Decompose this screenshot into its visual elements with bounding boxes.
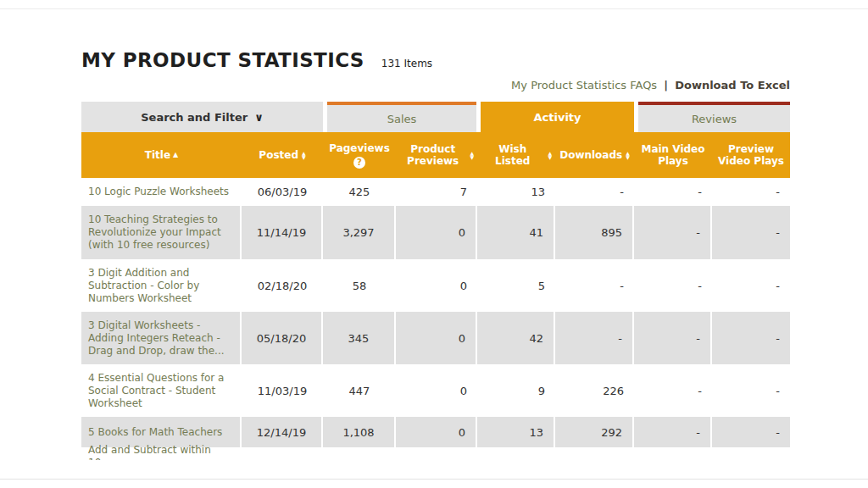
page-header: MY PRODUCT STATISTICS 131 Items [81,49,432,71]
preview-video-plays-cell: - [712,206,790,259]
tab-reviews-label: Reviews [692,113,737,125]
search-and-filter-label: Search and Filter [141,111,248,124]
posted-cell: 11/03/19 [242,364,323,417]
preview-video-plays-cell: - [712,312,790,364]
downloads-cell: 226 [555,364,634,417]
downloads-cell: - [555,312,634,364]
product-title-link[interactable]: Add and Subtract within 10... [81,447,242,460]
main-video-plays-cell: - [634,206,712,259]
chevron-down-icon: ∨ [254,111,264,124]
sort-icon: ▲▼ [626,151,630,159]
column-header-wish-listed[interactable]: Wish Listed ▲▼ [477,132,555,178]
link-separator: | [664,79,668,92]
wish-listed-cell: 5 [477,259,555,312]
main-video-plays-cell [634,447,712,460]
sort-ascending-icon: ▲ [173,149,178,161]
sort-icon: ▲▼ [548,151,552,159]
downloads-cell: 292 [555,417,634,447]
column-header-wish-listed-label: Wish Listed [481,143,544,167]
table-row: 3 Digit Addition and Subtraction - Color… [81,259,790,312]
column-header-product-previews[interactable]: Product Previews ▲▼ [396,132,477,178]
product-title-link[interactable]: 10 Teaching Strategies to Revolutionize … [81,206,242,259]
wish-listed-cell: 41 [477,206,555,259]
pageviews-cell: 447 [323,364,396,417]
table-row: 10 Teaching Strategies to Revolutionize … [81,206,790,259]
wish-listed-cell: 13 [477,417,555,447]
preview-video-plays-cell: - [712,259,790,312]
product-previews-cell: 0 [396,364,477,417]
column-header-preview-video-plays: Preview Video Plays [712,132,790,178]
product-title-link[interactable]: 3 Digit Addition and Subtraction - Color… [81,259,242,312]
posted-cell: 05/18/20 [242,312,323,364]
help-icon[interactable]: ? [353,157,365,169]
pageviews-cell: 345 [323,312,396,364]
product-title-link[interactable]: 10 Logic Puzzle Worksheets [81,178,242,206]
search-and-filter-dropdown[interactable]: Search and Filter ∨ [81,102,323,132]
column-header-main-video-plays: Main Video Plays [634,132,712,178]
column-header-main-video-plays-label: Main Video Plays [637,143,709,167]
sort-icon: ▲▼ [302,151,306,159]
page-title: MY PRODUCT STATISTICS [81,49,364,71]
column-header-title[interactable]: Title ▲ [81,132,242,178]
statistics-table: Search and Filter ∨ Sales Activity Revie… [81,102,790,460]
downloads-cell: - [555,178,634,206]
faqs-link[interactable]: My Product Statistics FAQs [511,79,657,92]
download-to-excel-link[interactable]: Download To Excel [675,79,790,92]
table-header-row: Title ▲ Posted ▲▼ Pageviews ? Product Pr… [81,132,790,178]
top-divider [0,8,868,9]
main-video-plays-cell: - [634,312,712,364]
posted-cell: 02/18/20 [242,259,323,312]
table-row: 4 Essential Questions for a Social Contr… [81,364,790,417]
wish-listed-cell: 13 [477,178,555,206]
pageviews-cell: 58 [323,259,396,312]
column-header-pageviews-label: Pageviews [329,142,390,154]
downloads-cell: - [555,259,634,312]
column-header-posted-label: Posted [259,149,298,161]
table-row: 3 Digital Worksheets - Adding Integers R… [81,312,790,364]
wish-listed-cell: 9 [477,364,555,417]
pageviews-cell: 3,297 [323,206,396,259]
column-header-posted[interactable]: Posted ▲▼ [242,132,323,178]
header-links: My Product Statistics FAQs | Download To… [511,79,790,92]
column-header-title-label: Title [145,149,170,161]
pageviews-cell [323,447,396,460]
column-header-downloads-label: Downloads [559,149,622,161]
downloads-cell [555,447,634,460]
tab-bar: Search and Filter ∨ Sales Activity Revie… [81,102,790,132]
preview-video-plays-cell: - [712,364,790,417]
posted-cell: 12/14/19 [242,417,323,447]
product-title-link[interactable]: 3 Digital Worksheets - Adding Integers R… [81,312,242,364]
product-previews-cell: 7 [396,178,477,206]
tab-activity-label: Activity [533,111,581,124]
sort-icon: ▲▼ [470,151,474,159]
column-header-downloads[interactable]: Downloads ▲▼ [555,132,634,178]
table-row: 10 Logic Puzzle Worksheets 06/03/19 425 … [81,178,790,206]
downloads-cell: 895 [555,206,634,259]
column-header-pageviews[interactable]: Pageviews ? [323,132,396,178]
pageviews-cell: 425 [323,178,396,206]
product-title-link[interactable]: 4 Essential Questions for a Social Contr… [81,364,242,417]
tab-activity[interactable]: Activity [481,102,634,132]
main-video-plays-cell: - [634,417,712,447]
preview-video-plays-cell: - [712,178,790,206]
product-previews-cell: 0 [396,259,477,312]
table-row-partial: Add and Subtract within 10... [81,447,790,460]
pageviews-cell: 1,108 [323,417,396,447]
product-previews-cell [396,447,477,460]
main-video-plays-cell: - [634,364,712,417]
product-previews-cell: 0 [396,417,477,447]
preview-video-plays-cell [712,447,790,460]
tab-sales-label: Sales [387,113,417,125]
posted-cell [242,447,323,460]
bottom-divider [0,479,868,480]
column-header-product-previews-label: Product Previews [399,143,466,167]
main-video-plays-cell: - [634,259,712,312]
tab-reviews[interactable]: Reviews [638,102,790,132]
posted-cell: 11/14/19 [242,206,323,259]
wish-listed-cell [477,447,555,460]
items-count: 131 Items [381,58,432,69]
wish-listed-cell: 42 [477,312,555,364]
product-previews-cell: 0 [396,312,477,364]
posted-cell: 06/03/19 [242,178,323,206]
tab-sales[interactable]: Sales [327,102,476,132]
